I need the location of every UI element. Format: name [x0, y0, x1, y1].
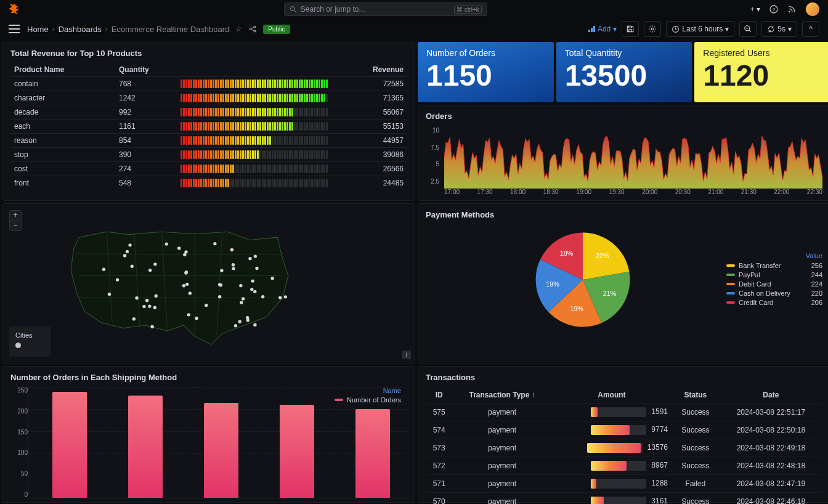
- add-button[interactable]: Add ▾: [588, 25, 617, 33]
- shipping-bar-chart[interactable]: [28, 387, 407, 498]
- menu-toggle-icon[interactable]: [9, 25, 20, 33]
- refresh-button[interactable]: 5s ▾: [761, 21, 797, 37]
- star-icon[interactable]: ☆: [235, 25, 242, 33]
- table-row[interactable]: 572payment 8967 Success2024-03-08 22:48:…: [426, 457, 822, 475]
- svg-point-68: [270, 277, 274, 280]
- svg-point-25: [150, 325, 153, 328]
- svg-point-76: [126, 250, 129, 253]
- add-menu-icon[interactable]: + ▾: [750, 5, 760, 14]
- table-row[interactable]: reason85444957: [10, 134, 407, 148]
- search-input[interactable]: Search or jump to... ⌘ ctrl+k: [284, 2, 487, 16]
- revenue-table: Product NameQuantityRevenuecontain768725…: [10, 63, 407, 190]
- svg-point-52: [148, 269, 152, 272]
- table-row[interactable]: 570payment 3161 Success2024-03-08 22:46:…: [426, 493, 822, 505]
- svg-point-53: [116, 278, 119, 281]
- table-row[interactable]: cost27426566: [10, 162, 407, 176]
- search-placeholder: Search or jump to...: [301, 5, 365, 14]
- svg-point-65: [232, 263, 235, 266]
- table-row[interactable]: stop39039086: [10, 148, 407, 162]
- transactions-table: IDTransaction Type ↑AmountStatusDate575p…: [426, 387, 822, 504]
- zoom-out-icon[interactable]: [739, 21, 757, 37]
- collapse-icon[interactable]: ^: [802, 21, 819, 37]
- map-legend: Cities: [9, 327, 51, 357]
- stats-row: Number of Orders1150Total Quantitity1350…: [418, 42, 828, 102]
- table-row[interactable]: character124271365: [10, 91, 407, 105]
- table-row[interactable]: contain76872585: [10, 77, 407, 91]
- zoom-in-button[interactable]: +: [10, 211, 21, 221]
- svg-text:18%: 18%: [560, 250, 574, 257]
- crumb-home[interactable]: Home: [27, 25, 49, 34]
- svg-point-69: [242, 297, 245, 300]
- top-bar: Search or jump to... ⌘ ctrl+k + ▾ ?: [0, 0, 828, 18]
- map-info-icon[interactable]: i: [402, 351, 411, 359]
- save-icon[interactable]: [622, 21, 639, 37]
- svg-point-75: [142, 305, 145, 308]
- svg-point-50: [250, 288, 253, 291]
- crumb-dashboards[interactable]: Dashboards: [59, 25, 102, 34]
- svg-point-58: [218, 295, 221, 298]
- orders-line-chart[interactable]: [444, 126, 822, 189]
- grafana-logo[interactable]: [9, 3, 21, 15]
- stat-card[interactable]: Registered Users1120: [694, 42, 828, 102]
- payment-legend: ValueBank Transfer256PayPal244Debit Card…: [726, 252, 822, 308]
- table-row[interactable]: 571payment 1288 Failed2024-03-08 22:47:1…: [426, 475, 822, 493]
- svg-rect-9: [593, 26, 595, 32]
- svg-point-10: [652, 28, 654, 30]
- table-row[interactable]: 574payment 9774 Success2024-03-08 22:50:…: [426, 421, 822, 439]
- table-row[interactable]: each116155153: [10, 120, 407, 134]
- svg-point-40: [165, 242, 168, 245]
- payment-title: Payment Methods: [426, 210, 822, 219]
- svg-point-43: [251, 279, 254, 282]
- table-row[interactable]: 573payment 13576 Success2024-03-08 22:49…: [426, 439, 822, 457]
- svg-point-30: [230, 248, 233, 251]
- crumb-page[interactable]: Ecommerce Realtime Dashboard: [112, 25, 229, 34]
- news-icon[interactable]: [787, 4, 797, 14]
- stat-card[interactable]: Total Quantitity13500: [556, 42, 692, 102]
- transactions-panel: Transactions IDTransaction Type ↑AmountS…: [418, 366, 828, 503]
- svg-point-59: [123, 254, 126, 257]
- orders-panel: Orders 107.552.5 17:0017:3018:0018:3019:…: [418, 105, 828, 201]
- svg-point-33: [219, 283, 222, 287]
- shipping-legend: Name Number of Orders: [335, 387, 401, 404]
- svg-rect-8: [591, 28, 593, 32]
- bar[interactable]: [41, 387, 98, 498]
- stat-card[interactable]: Number of Orders1150: [418, 42, 554, 102]
- svg-point-73: [248, 257, 251, 260]
- timerange-button[interactable]: Last 6 hours ▾: [666, 21, 734, 37]
- svg-point-67: [213, 242, 216, 245]
- payment-panel: Payment Methods 22%21%19%19%18% ValueBan…: [418, 203, 828, 364]
- svg-point-32: [189, 291, 192, 295]
- map-zoom[interactable]: + −: [9, 210, 22, 231]
- svg-point-28: [238, 320, 242, 323]
- refresh-icon: [767, 25, 775, 33]
- add-panel-icon: [588, 25, 595, 33]
- svg-text:19%: 19%: [570, 305, 583, 312]
- help-icon[interactable]: ?: [769, 4, 779, 14]
- search-shortcut: ⌘ ctrl+k: [454, 6, 482, 14]
- share-icon[interactable]: [248, 25, 257, 33]
- shipping-panel: Number of Orders in Each Shipping Method…: [2, 366, 415, 503]
- zoom-out-button[interactable]: −: [10, 221, 21, 230]
- search-icon: [290, 6, 297, 13]
- svg-line-1: [294, 10, 296, 12]
- svg-point-49: [246, 319, 250, 322]
- svg-point-24: [195, 317, 198, 320]
- map-panel[interactable]: + − Cities i: [2, 203, 415, 364]
- payment-pie-chart[interactable]: 22%21%19%19%18%: [524, 224, 641, 335]
- svg-text:22%: 22%: [596, 252, 609, 259]
- bar[interactable]: [344, 387, 401, 498]
- svg-point-35: [148, 304, 151, 307]
- table-row[interactable]: decade99256067: [10, 105, 407, 120]
- table-row[interactable]: 575payment 1591 Success2024-03-08 22:51:…: [426, 404, 822, 421]
- bar[interactable]: [268, 387, 325, 498]
- svg-point-64: [240, 301, 243, 304]
- svg-point-62: [255, 267, 258, 270]
- user-avatar[interactable]: [806, 2, 819, 16]
- bar[interactable]: [192, 387, 250, 498]
- usa-map[interactable]: [46, 207, 354, 361]
- svg-text:?: ?: [773, 7, 776, 12]
- settings-icon[interactable]: [644, 21, 661, 37]
- table-row[interactable]: front54824485: [10, 176, 407, 190]
- bar[interactable]: [116, 387, 174, 498]
- shipping-title: Number of Orders in Each Shipping Method: [10, 373, 407, 382]
